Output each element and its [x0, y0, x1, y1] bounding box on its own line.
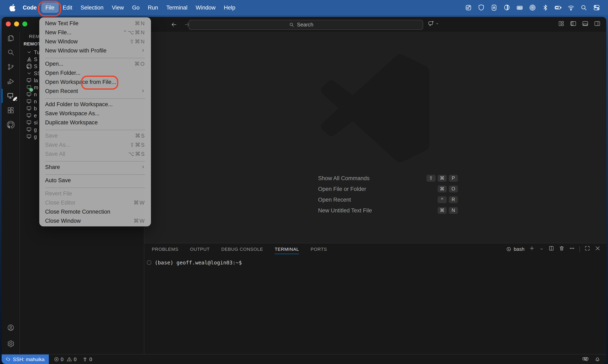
remote-host-icon	[26, 120, 32, 125]
problems-status[interactable]: 0 0	[54, 356, 77, 362]
customize-layout-button[interactable]	[558, 20, 565, 28]
blob-app-icon[interactable]	[502, 3, 512, 13]
file-menu-item[interactable]: New Window ⇧⌘N	[39, 37, 151, 46]
remote-indicator[interactable]: SSH: mahuika	[2, 354, 49, 364]
file-menu-item[interactable]: Save All ⌥⌘S	[39, 149, 151, 158]
copilot-status-button[interactable]	[582, 355, 589, 363]
shield-check-icon[interactable]	[476, 3, 486, 13]
file-menu-item[interactable]: Add Folder to Workspace...	[39, 100, 151, 109]
maximize-icon	[584, 245, 590, 251]
menu-item-label: Share	[45, 164, 138, 170]
sidebar-item-extensions[interactable]	[2, 105, 19, 116]
panel-tab[interactable]: PORTS	[311, 244, 327, 254]
file-menu-item[interactable]: Close Remote Connection	[39, 207, 151, 216]
macos-menu-item[interactable]: Run	[144, 2, 162, 13]
panel-tab[interactable]: PROBLEMS	[152, 244, 179, 254]
close-panel-button[interactable]	[595, 245, 601, 253]
battery-icon[interactable]	[553, 3, 563, 13]
terminal-shell-selector[interactable]: bash	[506, 246, 525, 252]
toggle-secondary-sidebar-button[interactable]	[594, 20, 601, 28]
command-center-search[interactable]	[189, 20, 423, 30]
toggle-panel-button[interactable]	[582, 20, 589, 28]
sidebar-section-header[interactable]: REMOT	[24, 41, 41, 46]
file-menu-item[interactable]: Share	[39, 162, 151, 171]
triangle-app-icon[interactable]	[489, 3, 499, 13]
sidebar-item-search[interactable]	[2, 47, 19, 58]
macos-menu-item[interactable]: Help	[220, 2, 239, 13]
apple-logo-icon	[9, 3, 15, 12]
menu-item-right	[138, 88, 145, 94]
welcome-shortcut-row: Show All Commands ⇧⌘P	[318, 174, 458, 182]
panel-tab[interactable]: TERMINAL	[275, 244, 299, 254]
panel-tab[interactable]: DEBUG CONSOLE	[221, 244, 263, 254]
file-menu-item[interactable]: Duplicate Workspace	[39, 118, 151, 127]
go-back-button[interactable]	[169, 20, 178, 29]
new-terminal-button[interactable]	[529, 245, 535, 253]
sidebar-item-explorer[interactable]	[2, 33, 19, 43]
macos-menu-item[interactable]: Edit	[58, 2, 77, 13]
file-menu-item[interactable]: Auto Save	[39, 176, 151, 185]
sidebar-item-github[interactable]	[2, 119, 19, 130]
close-icon	[595, 245, 601, 251]
file-menu-item[interactable]: New File... ⌃⌥⌘N	[39, 28, 151, 37]
file-menu-item[interactable]	[39, 55, 151, 59]
manage-button[interactable]	[2, 338, 19, 349]
camera-app-icon[interactable]	[463, 3, 473, 13]
file-menu-item[interactable]: Revert File	[39, 189, 151, 198]
sidebar-item-source-control[interactable]	[2, 62, 19, 72]
macos-menu-item[interactable]: Code	[18, 2, 41, 13]
menu-item-label: Close Window	[45, 218, 133, 224]
close-window-button[interactable]	[6, 22, 11, 26]
zoom-window-button[interactable]	[22, 22, 27, 26]
keyboard-app-icon[interactable]	[514, 3, 525, 13]
welcome-shortcut-row: Open File or Folder ⌘O	[318, 185, 458, 193]
hotspot-icon[interactable]	[527, 3, 537, 13]
macos-menu-item[interactable]: Selection	[77, 2, 108, 13]
tree-item-label: n	[34, 91, 37, 97]
editor-welcome-area[interactable]: Show All Commands ⇧⌘P Open File or Folde…	[144, 32, 606, 243]
file-menu-item[interactable]: Save Workspace As...	[39, 109, 151, 118]
macos-menu-item[interactable]: Go	[128, 2, 144, 13]
file-menu-item[interactable]	[39, 127, 151, 131]
menu-item-right: ⇧⌘S	[130, 142, 145, 148]
notifications-button[interactable]	[594, 355, 601, 363]
terminal[interactable]: (base) geoff.weal@login03:~$	[144, 255, 606, 266]
file-menu-item[interactable]	[39, 171, 151, 176]
file-menu-item[interactable]: Save As... ⇧⌘S	[39, 140, 151, 149]
macos-menu-item[interactable]: Terminal	[162, 2, 192, 13]
apple-menu[interactable]	[6, 3, 18, 12]
file-menu-item[interactable]: Close Window ⌘W	[39, 216, 151, 225]
file-menu-item[interactable]	[39, 185, 151, 189]
copilot-chat-button[interactable]	[428, 20, 439, 27]
shortcut-label: Show All Commands	[318, 175, 427, 181]
sidebar-item-remote-explorer[interactable]	[2, 91, 19, 101]
wifi-icon[interactable]	[566, 3, 576, 13]
panel-tab[interactable]: OUTPUT	[190, 244, 210, 254]
bluetooth-icon[interactable]	[540, 3, 550, 13]
spotlight-icon[interactable]	[579, 3, 589, 13]
file-menu-item[interactable]: New Window with Profile	[39, 46, 151, 55]
macos-menu-item[interactable]: Window	[192, 2, 220, 13]
file-menu-item[interactable]	[39, 158, 151, 162]
sidebar-item-run-debug[interactable]	[2, 76, 19, 87]
split-terminal-button[interactable]	[548, 245, 554, 253]
file-menu-item[interactable]: Save ⌘S	[39, 131, 151, 140]
file-menu-item[interactable]: Open... ⌘O	[39, 59, 151, 68]
file-menu-item[interactable]	[39, 95, 151, 100]
control-center-icon[interactable]	[592, 3, 601, 13]
kill-terminal-button[interactable]	[559, 245, 565, 253]
minimize-window-button[interactable]	[14, 22, 19, 26]
file-menu-item[interactable]: New Text File ⌘N	[39, 19, 151, 28]
terminal-dropdown-button[interactable]	[539, 245, 544, 253]
more-actions-button[interactable]	[569, 245, 575, 253]
toggle-primary-sidebar-button[interactable]	[570, 20, 577, 28]
macos-menu-item[interactable]: View	[108, 2, 128, 13]
bottom-panel: PROBLEMSOUTPUTDEBUG CONSOLETERMINALPORTS…	[144, 243, 606, 354]
extensions-icon	[7, 107, 14, 114]
maximize-panel-button[interactable]	[584, 245, 590, 253]
ports-status[interactable]: 0	[82, 356, 92, 362]
file-menu-item[interactable]: Close Editor ⌘W	[39, 198, 151, 207]
accounts-button[interactable]	[2, 322, 19, 333]
menu-item-shortcut: ⇧⌘N	[129, 38, 145, 44]
search-input[interactable]	[296, 22, 323, 28]
